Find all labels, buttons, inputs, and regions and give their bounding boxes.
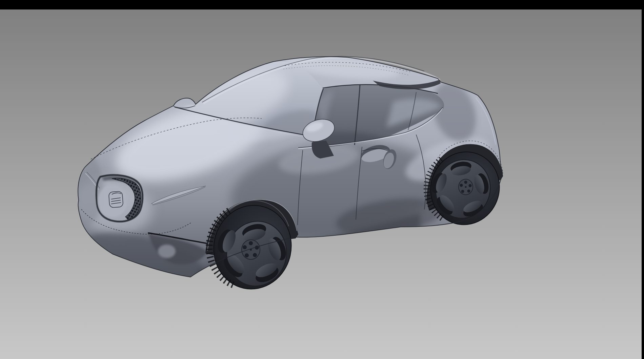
lug-hole [245,253,249,257]
viewport-canvas[interactable] [0,0,644,359]
lug-hole [249,241,253,245]
lug-hole [253,253,257,257]
lug-hole [469,184,472,187]
lug-hole [243,245,247,249]
lug-hole [460,184,463,187]
application-window [0,0,644,359]
center-cap [465,186,467,188]
top-black-bar [0,0,644,9]
lug-hole [464,181,467,184]
right-black-strip [642,0,644,359]
lug-hole [461,190,464,193]
lug-hole [467,190,470,193]
intake-reflector [158,245,176,258]
